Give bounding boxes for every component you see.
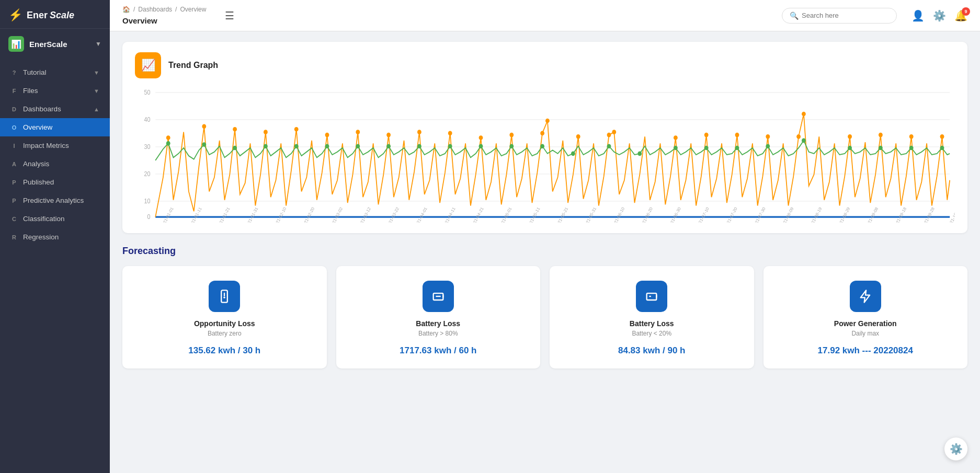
sidebar: ⚡ EnerScale 📊 EnerScale ▼ ? Tutorial ▼ F… [0,0,110,473]
user-icon[interactable]: 👤 [911,9,925,22]
svg-text:2021-07-10: 2021-07-10 [696,206,710,223]
search-input[interactable] [802,11,889,19]
svg-text:2021-04-11: 2021-04-11 [442,206,457,223]
svg-point-37 [879,133,883,137]
svg-text:2021-10-08: 2021-10-08 [947,206,955,223]
sidebar-item-files[interactable]: F Files ▼ [0,82,110,100]
breadcrumb-dashboards[interactable]: Dashboards [138,6,172,13]
svg-point-46 [356,144,360,148]
svg-text:10: 10 [144,198,150,205]
svg-point-58 [735,146,739,151]
svg-text:40: 40 [144,117,150,123]
svg-text:2021-07-30: 2021-07-30 [752,206,767,223]
forecast-card-power-generation: Power Generation Daily max 17.92 kwh ---… [764,266,968,368]
content-area: 📈 Trend Graph 50 40 30 20 10 [110,31,980,473]
lightning-icon: ⚡ [8,8,22,22]
svg-point-43 [264,144,268,148]
battery-loss-low-icon [636,281,667,312]
svg-text:2021-09-28: 2021-09-28 [921,206,936,223]
sidebar-item-regression[interactable]: R Regression [0,228,110,246]
battery-loss-low-title: Battery Loss [630,319,674,328]
forecast-card-battery-loss-low: Battery Loss Battery < 20% 84.83 kwh / 9… [550,266,754,368]
sidebar-item-impact-metrics[interactable]: I Impact Metrics [0,136,110,155]
breadcrumb: 🏠 / Dashboards / Overview Overview [122,6,206,25]
svg-text:2021-08-09: 2021-08-09 [780,206,795,223]
forecasting-title: Forecasting [122,246,967,257]
power-generation-icon [850,281,881,312]
settings-fab[interactable]: ⚙️ [944,437,967,460]
svg-text:2021-08-29: 2021-08-29 [837,206,851,223]
brand-selector[interactable]: 📊 EnerScale ▼ [0,29,110,59]
topbar: 🏠 / Dashboards / Overview Overview ☰ 🔍 👤… [110,0,980,31]
svg-point-36 [848,134,852,139]
svg-point-56 [674,146,678,151]
battery-loss-low-value: 84.83 kwh / 90 h [618,345,686,356]
battery-loss-high-value: 1717.63 kwh / 60 h [400,345,476,356]
settings-icon[interactable]: ⚙️ [933,9,946,22]
svg-text:2021-03-12: 2021-03-12 [357,206,372,223]
battery-loss-high-title: Battery Loss [416,319,460,328]
svg-point-31 [704,133,709,137]
sidebar-item-analysis[interactable]: A Analysis [0,155,110,173]
battery-loss-high-icon [423,281,454,312]
svg-point-23 [479,135,483,140]
svg-point-55 [637,152,642,156]
breadcrumb-overview: Overview [180,6,206,13]
svg-point-51 [509,144,514,148]
sidebar-item-overview[interactable]: O Overview [0,118,110,136]
forecast-card-battery-loss-high: Battery Loss Battery > 80% 1717.63 kwh /… [336,266,541,368]
opportunity-loss-subtitle: Battery zero [208,330,242,337]
svg-point-28 [607,133,611,137]
opportunity-loss-title: Opportunity Loss [194,319,255,328]
svg-point-19 [356,130,360,134]
svg-point-14 [202,124,206,129]
forecast-card-opportunity-loss: Opportunity Loss Battery zero 135.62 kwh… [122,266,327,368]
svg-text:2021-09-18: 2021-09-18 [893,206,908,223]
sidebar-item-published[interactable]: P Published [0,173,110,191]
sidebar-item-predictive-analytics[interactable]: P Predictive Analytics [0,191,110,210]
svg-point-64 [940,146,944,151]
chevron-up-icon: ▲ [94,106,99,112]
svg-text:0: 0 [147,214,150,221]
svg-rect-99 [647,293,657,300]
svg-text:2021-02-20: 2021-02-20 [301,206,316,223]
svg-text:2021-03-22: 2021-03-22 [385,206,400,223]
svg-text:2021-06-30: 2021-06-30 [667,206,682,223]
svg-point-22 [448,131,452,136]
svg-text:2021-04-21: 2021-04-21 [470,206,485,223]
svg-text:2021-02-10: 2021-02-10 [273,206,288,223]
svg-text:2021-05-31: 2021-05-31 [583,206,598,223]
sidebar-nav: ? Tutorial ▼ F Files ▼ D Dashboards ▲ O … [0,59,110,250]
svg-point-96 [224,297,226,299]
svg-text:2021-03-02: 2021-03-02 [329,206,344,223]
app-name: EnerScale [27,10,74,21]
svg-text:2021-04-01: 2021-04-01 [414,206,428,223]
topbar-icons: 👤 ⚙️ 🔔 9 [911,9,967,22]
svg-point-50 [479,144,483,148]
svg-point-18 [325,133,329,137]
svg-text:2021-01-11: 2021-01-11 [188,206,203,223]
sidebar-item-classification[interactable]: C Classification [0,210,110,228]
svg-point-27 [576,134,580,139]
sidebar-item-tutorial[interactable]: ? Tutorial ▼ [0,63,110,82]
svg-point-52 [540,144,544,148]
svg-point-38 [909,134,914,139]
svg-point-41 [202,142,206,147]
svg-point-61 [848,146,852,151]
sidebar-item-dashboards[interactable]: D Dashboards ▲ [0,100,110,118]
svg-point-40 [166,141,170,146]
svg-text:2021-01-21: 2021-01-21 [216,206,231,223]
svg-point-59 [766,144,770,148]
svg-text:20: 20 [144,171,150,178]
svg-text:30: 30 [144,144,150,151]
svg-point-25 [540,131,544,136]
search-box[interactable]: 🔍 [782,8,897,24]
notifications-icon[interactable]: 🔔 9 [954,9,967,22]
menu-icon[interactable]: ☰ [225,9,234,22]
svg-text:2021-07-20: 2021-07-20 [724,206,738,223]
svg-point-47 [386,144,391,148]
svg-text:2021-06-10: 2021-06-10 [611,206,626,223]
brand-icon: 📊 [8,36,24,52]
svg-point-24 [509,133,514,137]
svg-point-20 [386,133,391,137]
